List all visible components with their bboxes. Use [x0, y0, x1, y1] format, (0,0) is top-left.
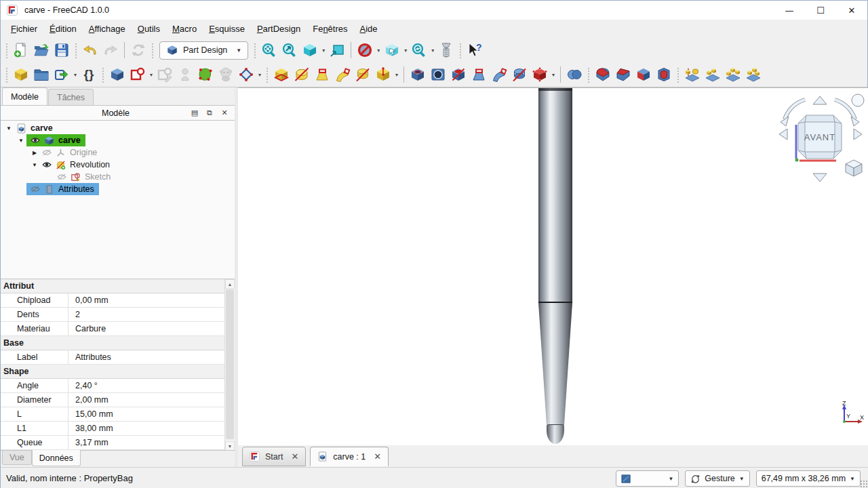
property-value[interactable]: 0,00 mm: [68, 293, 235, 307]
toolbar-grip[interactable]: [5, 42, 9, 58]
menu-fichier[interactable]: Fichier: [5, 21, 43, 37]
close-panel-button[interactable]: ✕: [220, 108, 229, 118]
toolbar-grip[interactable]: [101, 66, 105, 83]
model-shank[interactable]: [538, 88, 572, 302]
draw-style-icon[interactable]: [355, 40, 375, 60]
tree-row-attributes[interactable]: Attributes: [1, 183, 235, 195]
toolbar-grip[interactable]: [265, 66, 269, 83]
menu-macro[interactable]: Macro: [166, 21, 203, 37]
scrollbar-thumb[interactable]: [226, 289, 234, 439]
tab-donnees[interactable]: Données: [32, 450, 81, 466]
tab-taches[interactable]: Tâches: [48, 89, 94, 105]
expand-arrow-icon[interactable]: ▼: [3, 125, 14, 131]
workbench-selector[interactable]: Part Design ▼: [159, 41, 248, 60]
mirrored-icon[interactable]: [682, 64, 703, 85]
boolean-operation-icon[interactable]: [564, 64, 585, 85]
save-icon[interactable]: [52, 40, 72, 60]
additive-primitive-icon[interactable]: [373, 64, 393, 85]
expand-arrow-icon[interactable]: ▼: [16, 138, 26, 144]
scroll-up-icon[interactable]: ▲: [225, 279, 235, 289]
fillet-icon[interactable]: [593, 64, 613, 85]
whats-this-icon[interactable]: ?: [465, 40, 485, 60]
tree-row-origin[interactable]: ▶ Origine: [1, 146, 235, 159]
carve-bit-model[interactable]: [538, 88, 572, 445]
eye-visible-icon[interactable]: [28, 135, 42, 146]
open-file-icon[interactable]: [31, 40, 52, 60]
subtractive-primitive-caret[interactable]: ▾: [550, 72, 557, 78]
mdi-tab-start[interactable]: Start ✕: [242, 447, 306, 466]
property-value[interactable]: 2,00 mm: [68, 393, 235, 407]
draft-icon[interactable]: [633, 64, 654, 85]
hole-icon[interactable]: [428, 64, 448, 85]
tree-label[interactable]: Sketch: [82, 171, 113, 183]
edit-sketch-icon[interactable]: [155, 64, 175, 85]
toolbar-grip[interactable]: [5, 66, 9, 83]
property-value[interactable]: 2,40 °: [68, 379, 235, 392]
multitransform-icon[interactable]: [743, 64, 764, 85]
property-value[interactable]: 15,00 mm: [68, 407, 235, 421]
create-sketch-icon[interactable]: [127, 64, 148, 85]
property-value[interactable]: 2: [68, 308, 235, 321]
tree-label[interactable]: Revolution: [67, 159, 113, 171]
eye-hidden-icon[interactable]: [28, 184, 42, 195]
menu-outils[interactable]: Outils: [132, 21, 166, 37]
close-tab-icon[interactable]: ✕: [288, 451, 298, 462]
eye-hidden-icon[interactable]: [40, 147, 54, 158]
close-button[interactable]: ✕: [836, 1, 867, 20]
toolbar-grip[interactable]: [676, 66, 680, 83]
scroll-down-icon[interactable]: ▼: [225, 441, 235, 450]
fit-all-icon[interactable]: [259, 40, 279, 60]
datum-caret[interactable]: ▾: [256, 72, 263, 78]
tree-row-sketch[interactable]: Sketch: [1, 171, 235, 183]
group-icon[interactable]: [31, 64, 52, 85]
expression-editor-icon[interactable]: {}: [79, 64, 99, 85]
model-taper[interactable]: [538, 303, 572, 425]
close-tab-icon[interactable]: ✕: [371, 451, 381, 462]
additive-loft-icon[interactable]: [312, 64, 332, 85]
subtractive-loft-icon[interactable]: [469, 64, 489, 85]
tab-vue[interactable]: Vue: [2, 451, 32, 465]
toolbar-grip[interactable]: [74, 42, 78, 58]
menu-affichage[interactable]: Affichage: [83, 21, 132, 37]
view-dropdown-caret[interactable]: ▾: [320, 47, 327, 54]
zoom-tools-caret[interactable]: ▾: [429, 47, 436, 54]
menu-fenetres[interactable]: Fenêtres: [307, 21, 353, 37]
view-layer-selector[interactable]: ▼: [616, 470, 679, 487]
navigation-style-selector[interactable]: Gesture ▼: [685, 470, 749, 487]
property-value[interactable]: 38,00 mm: [68, 422, 235, 435]
measure-icon[interactable]: [436, 40, 456, 60]
property-group[interactable]: Base: [1, 336, 235, 350]
thickness-icon[interactable]: [654, 64, 674, 85]
tree-label[interactable]: carve: [56, 135, 83, 146]
revolution-icon[interactable]: [292, 64, 312, 85]
pad-icon[interactable]: [271, 64, 292, 85]
toolbar-grip[interactable]: [458, 42, 462, 58]
property-value[interactable]: Attributes: [68, 350, 235, 364]
3d-viewport[interactable]: AVANT Z Y X: [238, 87, 868, 445]
property-value[interactable]: 3,17 mm: [68, 436, 235, 449]
tab-modele[interactable]: Modèle: [2, 87, 47, 105]
new-file-icon[interactable]: [11, 40, 31, 60]
additive-helix-icon[interactable]: [353, 64, 373, 85]
menu-aide[interactable]: Aide: [354, 21, 384, 37]
refresh-icon[interactable]: [128, 40, 149, 60]
sketch-caret[interactable]: ▾: [148, 72, 155, 78]
draw-style-caret[interactable]: ▾: [375, 47, 382, 54]
expand-arrow-icon[interactable]: ▶: [29, 150, 40, 156]
expand-arrow-icon[interactable]: ▼: [29, 162, 40, 168]
tree-label[interactable]: carve: [28, 123, 56, 134]
part-icon[interactable]: [11, 64, 31, 85]
dock-button[interactable]: ▤: [190, 108, 199, 118]
property-value[interactable]: Carbure: [68, 322, 235, 336]
polar-pattern-icon[interactable]: [723, 64, 743, 85]
eye-visible-icon[interactable]: [40, 159, 54, 170]
additive-primitive-caret[interactable]: ▾: [393, 72, 400, 78]
linear-pattern-icon[interactable]: [703, 64, 723, 85]
toolbar-grip[interactable]: [587, 66, 591, 83]
subtractive-helix-icon[interactable]: [509, 64, 530, 85]
axonometric-view-icon[interactable]: [300, 40, 320, 60]
maximize-button[interactable]: ☐: [805, 1, 836, 20]
create-body-icon[interactable]: [107, 64, 127, 85]
selection-view-caret[interactable]: ▾: [402, 47, 409, 54]
tree-row-body[interactable]: ▼ carve: [1, 134, 235, 146]
